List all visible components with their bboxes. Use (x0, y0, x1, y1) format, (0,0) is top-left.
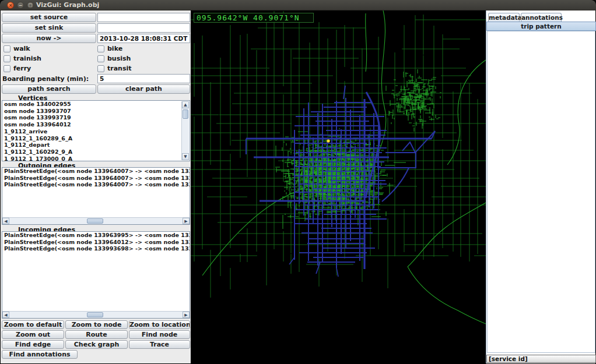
titlebar[interactable]: ✕ − □ VizGui: Graph.obj (0, 0, 596, 10)
tab-annotations[interactable]: annotations (521, 13, 562, 22)
trainish-checkbox[interactable] (3, 55, 10, 62)
route-button[interactable]: Route (65, 330, 128, 339)
scroll-down-icon[interactable]: ▼ (182, 153, 189, 160)
boarding-penalty-input[interactable]: 5 (97, 74, 190, 83)
find-edge-button[interactable]: Find edge (2, 340, 64, 349)
trainish-checkbox-label: trainish (13, 55, 41, 62)
scroll-left-icon[interactable]: ◀ (2, 312, 9, 318)
list-item[interactable]: PlainStreetEdge(<osm node 133993698> -> … (2, 245, 190, 252)
list-item[interactable]: osm node 133993719 (2, 114, 181, 121)
busish-checkbox[interactable] (97, 55, 104, 62)
path-search-button[interactable]: path search (2, 84, 96, 94)
map-canvas[interactable] (191, 10, 486, 364)
left-control-panel: set source set sink now -> 2013-10-28 18… (1, 10, 191, 363)
scrollbar-thumb[interactable] (183, 109, 188, 119)
now-button[interactable]: now -> (2, 34, 96, 43)
zoom-out-button[interactable]: Zoom out (2, 330, 64, 339)
walk-checkbox-label: walk (13, 45, 30, 52)
zoom-to-default-button[interactable]: Zoom to default (2, 320, 64, 329)
bike-checkbox-label: bike (107, 45, 122, 52)
ferry-checkbox-label: ferry (13, 65, 31, 72)
coordinate-readout: 095.9642°W 40.9071°N (194, 13, 314, 23)
find-annotations-button[interactable]: Find annotations (2, 350, 78, 359)
list-item[interactable]: 1_9112_arrive (2, 128, 181, 135)
vertices-scrollbar[interactable]: ▲ ▼ (181, 101, 189, 160)
walk-checkbox[interactable] (3, 45, 10, 52)
maximize-icon[interactable]: □ (27, 2, 34, 9)
window-title: VizGui: Graph.obj (36, 1, 99, 9)
list-item[interactable]: osm node 133993707 (2, 108, 181, 115)
list-item[interactable]: PlainStreetEdge(<osm node 133964007> -> … (2, 168, 190, 175)
zoom-to-location-button[interactable]: Zoom to location (129, 320, 190, 329)
boarding-penalty-label: Boarding penalty (min): (2, 75, 89, 83)
trip-pattern-header: trip pattern (486, 22, 596, 31)
datetime-input[interactable]: 2013-10-28 18:08:31 CDT (97, 34, 190, 43)
transit-checkbox[interactable] (97, 65, 104, 72)
list-item[interactable]: 1_9112_1_160292_9_A (2, 149, 181, 156)
minimize-icon[interactable]: − (17, 2, 24, 9)
check-graph-button[interactable]: Check graph (65, 340, 128, 349)
scrollbar-thumb[interactable] (87, 312, 103, 317)
map-panel: 095.9642°W 40.9071°N (191, 10, 486, 364)
scroll-right-icon[interactable]: ▶ (183, 218, 190, 224)
incoming-scrollbar[interactable]: ◀ ▶ (2, 311, 190, 318)
outgoing-scrollbar[interactable]: ◀ ▶ (2, 217, 190, 224)
bike-checkbox[interactable] (97, 45, 104, 52)
source-input[interactable] (97, 13, 190, 22)
zoom-to-node-button[interactable]: Zoom to node (65, 320, 128, 329)
list-item[interactable]: PlainStreetEdge(<osm node 133964007> -> … (2, 175, 190, 182)
scroll-left-icon[interactable]: ◀ (2, 218, 9, 224)
app-window: ✕ − □ VizGui: Graph.obj set source set s… (0, 0, 596, 364)
right-info-panel: metadata annotations trip pattern [servi… (486, 10, 595, 363)
scrollbar-thumb[interactable] (87, 218, 103, 224)
list-item[interactable]: 1_9112_1_173000_0_A (2, 156, 181, 161)
selected-vertex-marker (327, 139, 329, 142)
clear-path-button[interactable]: clear path (97, 84, 190, 94)
transit-checkbox-label: transit (107, 65, 132, 72)
vertices-list[interactable]: osm node 134002955 osm node 133993707 os… (2, 100, 190, 161)
incoming-edges-list[interactable]: PlainStreetEdge(<osm node 133963995> -> … (2, 231, 190, 319)
trace-button[interactable]: Trace (129, 340, 190, 349)
set-source-button[interactable]: set source (2, 13, 96, 22)
list-item[interactable]: PlainStreetEdge(<osm node 133964012> -> … (2, 239, 190, 246)
tab-metadata[interactable]: metadata (488, 13, 520, 22)
list-item[interactable]: osm node 133964012 (2, 121, 181, 128)
ferry-checkbox[interactable] (3, 65, 10, 72)
outgoing-edges-list[interactable]: PlainStreetEdge(<osm node 133964007> -> … (2, 167, 190, 225)
busish-checkbox-label: busish (107, 55, 131, 62)
set-sink-button[interactable]: set sink (2, 23, 96, 33)
list-item[interactable]: 1_9112_depart (2, 142, 181, 149)
list-item[interactable]: PlainStreetEdge(<osm node 133963995> -> … (2, 232, 190, 239)
sink-input[interactable] (97, 23, 190, 33)
list-item[interactable]: osm node 134002955 (2, 101, 181, 108)
list-item[interactable]: PlainStreetEdge(<osm node 133964007> -> … (2, 181, 190, 188)
close-icon[interactable]: ✕ (7, 2, 14, 9)
trip-pattern-list[interactable] (487, 31, 595, 353)
list-item[interactable]: 1_9112_1_160289_6_A (2, 135, 181, 142)
scroll-up-icon[interactable]: ▲ (182, 101, 189, 108)
scroll-right-icon[interactable]: ▶ (183, 312, 190, 318)
service-id-field[interactable]: [service id] (486, 355, 596, 363)
find-node-button[interactable]: Find node (129, 330, 190, 339)
